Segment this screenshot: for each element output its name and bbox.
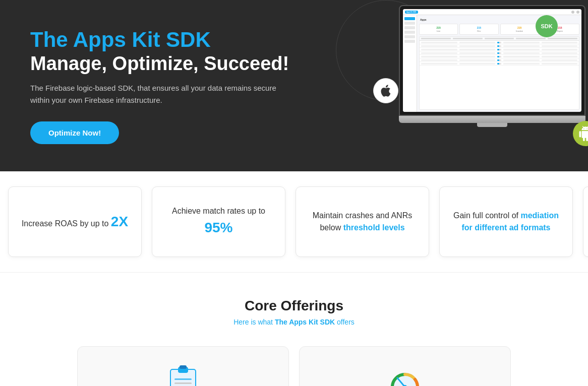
feature-card-match: Achieve match rates up to 95% bbox=[152, 186, 285, 257]
hero-subtitle: The Firebase logic-based SDK, that ensur… bbox=[30, 82, 292, 106]
laptop-stand bbox=[477, 123, 507, 127]
core-card-gauge bbox=[299, 346, 511, 386]
laptop-screen: Apps Kit SDK bbox=[399, 5, 585, 116]
optimize-button[interactable]: Optimize Now! bbox=[30, 121, 119, 144]
core-subtitle: Here is what The Apps Kit SDK offers bbox=[20, 318, 568, 326]
card-crashes-text: Maintain crashes and ANRs below threshol… bbox=[309, 210, 416, 234]
card-match-prefix: Achieve match rates up to bbox=[172, 207, 265, 215]
hero-title-blue: The Apps Kit SDK bbox=[30, 27, 292, 52]
apple-icon bbox=[373, 78, 398, 103]
core-offerings-section: Core Offerings Here is what The Apps Kit… bbox=[0, 273, 588, 386]
feature-card-crashes: Maintain crashes and ANRs below threshol… bbox=[296, 186, 429, 257]
feature-card-roas: Increase ROAS by up to 2X bbox=[8, 186, 142, 257]
clipboard-icon-wrapper bbox=[165, 362, 201, 386]
core-cards-row bbox=[20, 346, 568, 386]
card-roas-highlight: 2X bbox=[111, 214, 128, 229]
feature-cards-section: Increase ROAS by up to 2X Achieve match … bbox=[0, 171, 588, 273]
card-mediation-text: Gain full control of mediation for diffe… bbox=[452, 210, 560, 234]
gauge-icon-wrapper bbox=[387, 362, 423, 386]
hero-visual: SDK Apps Kit SDK bbox=[386, 5, 588, 161]
feature-card-partial: Easily ch... bbox=[583, 186, 588, 257]
card-roas-text: Increase ROAS by up to 2X bbox=[22, 211, 128, 232]
core-card-clipboard bbox=[77, 346, 289, 386]
svg-rect-4 bbox=[174, 382, 192, 384]
hero-content: The Apps Kit SDK Manage, Optimize, Succe… bbox=[30, 27, 292, 145]
laptop-mockup: Apps Kit SDK bbox=[399, 5, 585, 127]
card-roas-prefix: Increase ROAS by up to bbox=[22, 219, 111, 228]
core-subtitle-suffix: offers bbox=[335, 318, 355, 326]
card-mediation-prefix: Gain full control of bbox=[453, 211, 520, 220]
core-subtitle-brand: The Apps Kit SDK bbox=[275, 318, 335, 326]
card-crashes-highlight: threshold levels bbox=[343, 223, 405, 232]
svg-rect-2 bbox=[180, 365, 187, 369]
feature-card-mediation: Gain full control of mediation for diffe… bbox=[439, 186, 573, 257]
hero-section: The Apps Kit SDK Manage, Optimize, Succe… bbox=[0, 0, 588, 171]
hero-title-white: Manage, Optimize, Succeed! bbox=[30, 52, 292, 76]
core-title: Core Offerings bbox=[20, 298, 568, 314]
sdk-badge: SDK bbox=[536, 15, 558, 37]
card-match-highlight: 95% bbox=[204, 220, 232, 235]
laptop-base bbox=[399, 116, 585, 123]
card-match-text: Achieve match rates up to 95% bbox=[172, 205, 265, 238]
svg-rect-3 bbox=[174, 378, 192, 380]
core-subtitle-prefix: Here is what bbox=[233, 318, 275, 326]
